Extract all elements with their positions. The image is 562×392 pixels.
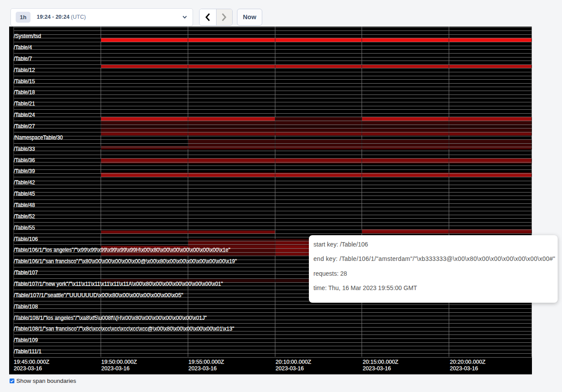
svg-text:20:20:00.000Z: 20:20:00.000Z [450,359,486,365]
svg-text:/Table/45: /Table/45 [14,191,35,197]
svg-text:/Table/18: /Table/18 [14,89,35,95]
svg-text:/Table/4: /Table/4 [14,44,32,51]
svg-text:20:15:00.000Z: 20:15:00.000Z [363,359,399,365]
svg-text:2023-03-16: 2023-03-16 [363,365,391,372]
svg-text:2023-03-16: 2023-03-16 [276,365,304,372]
svg-text:/Table/109: /Table/109 [14,337,38,343]
svg-text:/Table/111/1: /Table/111/1 [14,348,42,355]
svg-text:/Table/106/1/"los angeles"/"\x: /Table/106/1/"los angeles"/"\x99\x99\x99… [14,247,230,253]
svg-text:20:10:00.000Z: 20:10:00.000Z [276,359,311,365]
svg-text:/Table/21: /Table/21 [14,101,35,107]
svg-text:/Table/27: /Table/27 [14,123,35,129]
svg-text:/Table/15: /Table/15 [14,78,35,84]
svg-text:/Table/55: /Table/55 [14,225,35,231]
svg-text:2023-03-16: 2023-03-16 [14,365,42,372]
svg-text:2023-03-16: 2023-03-16 [189,365,217,372]
svg-text:2023-03-16: 2023-03-16 [450,365,478,372]
svg-text:/Table/52: /Table/52 [14,213,35,220]
svg-text:/Table/107/1/"seattle"/"UUUUUU: /Table/107/1/"seattle"/"UUUUUUD\x00\x80\… [14,292,183,298]
svg-text:/Table/24: /Table/24 [14,112,35,118]
svg-text:/Table/42: /Table/42 [14,179,35,186]
svg-text:2023-03-16: 2023-03-16 [102,365,130,372]
svg-text:/NamespaceTable/30: /NamespaceTable/30 [14,135,63,141]
svg-text:19:55:00.000Z: 19:55:00.000Z [189,359,224,365]
svg-text:19:50:00.000Z: 19:50:00.000Z [102,359,137,365]
svg-text:19:45:00.000Z: 19:45:00.000Z [14,359,50,365]
svg-text:/Table/107: /Table/107 [14,270,38,276]
svg-text:/System/tsd: /System/tsd [14,33,41,39]
svg-text:/Table/108/1/"los angeles"/"\x: /Table/108/1/"los angeles"/"\xa8\xf5\u00… [14,315,207,321]
svg-text:/Table/12: /Table/12 [14,67,35,73]
svg-text:/Table/7: /Table/7 [14,56,32,62]
svg-text:/Table/108: /Table/108 [14,304,38,310]
svg-text:/Table/106/1/"san francisco"/": /Table/106/1/"san francisco"/"\x80\x00\x… [14,258,237,264]
svg-text:/Table/106: /Table/106 [14,236,38,242]
svg-text:/Table/107/1/"new york"/"\x11\: /Table/107/1/"new york"/"\x11\x11\x11\x1… [14,281,223,287]
svg-text:/Table/39: /Table/39 [14,168,35,174]
svg-text:/Table/108/1/"san francisco"/": /Table/108/1/"san francisco"/"\x8c\xcc\x… [14,326,234,332]
svg-text:/Table/36: /Table/36 [14,157,35,163]
svg-text:/Table/48: /Table/48 [14,202,35,208]
svg-text:/Table/33: /Table/33 [14,146,35,152]
